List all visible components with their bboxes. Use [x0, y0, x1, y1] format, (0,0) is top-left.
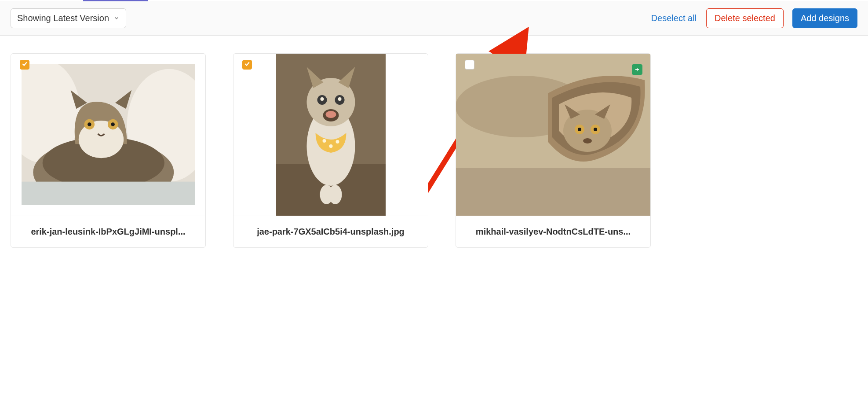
checkmark-icon [244, 61, 250, 69]
svg-rect-12 [22, 182, 195, 205]
design-select-checkbox[interactable] [242, 60, 252, 70]
design-card[interactable]: erik-jan-leusink-IbPxGLgJiMI-unspl... [11, 53, 206, 248]
deselect-all-button[interactable]: Deselect all [650, 10, 697, 27]
design-select-checkbox[interactable] [465, 60, 474, 70]
svg-point-26 [329, 144, 332, 148]
svg-point-10 [88, 122, 91, 126]
svg-point-34 [578, 128, 581, 131]
svg-point-35 [594, 128, 597, 131]
checkmark-icon [22, 61, 28, 69]
delete-selected-button[interactable]: Delete selected [706, 8, 784, 28]
version-select-dropdown[interactable]: Showing Latest Version [11, 8, 126, 28]
svg-point-25 [336, 140, 339, 143]
toolbar-actions: Deselect all Delete selected Add designs [650, 8, 857, 28]
svg-point-23 [325, 111, 336, 118]
designs-toolbar: Showing Latest Version Deselect all Dele… [0, 1, 868, 36]
design-card[interactable]: jae-park-7GX5aICb5i4-unsplash.jpg [233, 53, 428, 248]
designs-gallery: erik-jan-leusink-IbPxGLgJiMI-unspl... [0, 36, 868, 265]
active-tab-indicator [0, 0, 868, 1]
chevron-down-icon [113, 13, 120, 23]
svg-point-11 [111, 122, 115, 126]
svg-rect-37 [456, 168, 650, 216]
svg-point-24 [322, 139, 326, 143]
design-filename: mikhail-vasilyev-NodtnCsLdTE-uns... [456, 216, 650, 247]
design-filename: erik-jan-leusink-IbPxGLgJiMI-unspl... [11, 216, 205, 247]
add-designs-button[interactable]: Add designs [792, 8, 857, 28]
design-thumbnail [11, 54, 205, 216]
version-select-label: Showing Latest Version [17, 13, 109, 23]
svg-point-20 [320, 97, 324, 101]
svg-point-36 [583, 138, 592, 143]
svg-point-28 [328, 185, 342, 204]
design-filename: jae-park-7GX5aICb5i4-unsplash.jpg [233, 216, 428, 247]
design-thumbnail [233, 54, 428, 216]
design-select-checkbox[interactable] [20, 60, 29, 70]
svg-point-21 [338, 97, 341, 101]
design-card[interactable]: mikhail-vasilyev-NodtnCsLdTE-uns... [456, 53, 651, 248]
expand-icon[interactable] [632, 64, 642, 75]
design-thumbnail [456, 54, 650, 216]
